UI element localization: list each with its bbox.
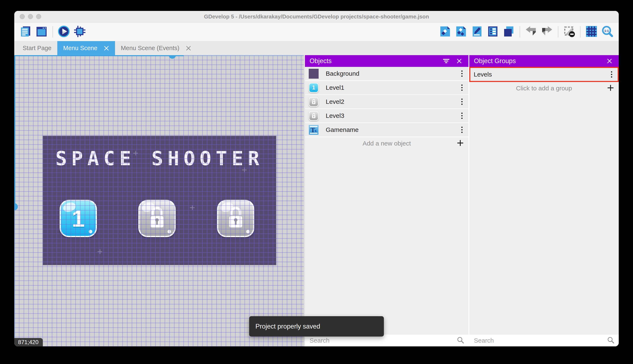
groups-search-bar [469, 334, 619, 346]
object-row-gamename[interactable]: T x Gamename [305, 123, 468, 137]
object-row-background[interactable]: Background [305, 67, 468, 81]
window-title: GDevelop 5 - /Users/dkarakay/Documents/G… [14, 11, 619, 22]
object-menu-button[interactable] [459, 83, 465, 92]
debugger-button[interactable] [74, 26, 86, 38]
level1-button-instance[interactable]: 1 [60, 200, 97, 237]
toolbar: 1:1 [14, 22, 619, 41]
object-name: Gamename [326, 126, 459, 133]
toolbar-separator [558, 26, 558, 38]
scene-editor-canvas[interactable]: SPACE SHOOTER 1 [14, 55, 304, 346]
object-groups-panel-icon [455, 26, 467, 38]
save-toast: Project properly saved [249, 316, 384, 336]
star-sparkle [98, 249, 102, 254]
background-swatch-icon [309, 69, 319, 79]
horizontal-scrollbar-track[interactable] [14, 55, 184, 56]
toolbar-separator [520, 26, 520, 38]
tab-start-page[interactable]: Start Page [17, 41, 57, 55]
cursor-coordinates: 871;420 [14, 338, 43, 346]
add-object-button[interactable]: Add a new object [305, 137, 468, 150]
horizontal-scrollbar-thumb[interactable] [169, 55, 176, 59]
close-tab-icon[interactable] [104, 46, 109, 51]
search-icon [457, 336, 464, 345]
level3-button-instance[interactable] [217, 200, 254, 237]
zoom-ratio-label: 1:1 [604, 29, 609, 32]
open-properties-panel-button[interactable] [471, 26, 483, 38]
gdevelop-window: GDevelop 5 - /Users/dkarakay/Documents/G… [14, 11, 619, 346]
search-icon [607, 336, 614, 345]
object-menu-button[interactable] [459, 111, 465, 120]
group-menu-button[interactable] [609, 70, 614, 79]
close-tab-icon[interactable] [186, 46, 191, 51]
object-menu-button[interactable] [459, 126, 465, 134]
zoom-original-button[interactable]: 1:1 [601, 26, 613, 38]
layers-icon [503, 26, 515, 38]
vertical-scrollbar-thumb[interactable] [14, 203, 18, 210]
text-object-icon: T x [309, 125, 319, 135]
button-dot [246, 230, 250, 233]
object-row-level3[interactable]: Level3 [305, 109, 468, 123]
scene-window-icon [36, 26, 48, 38]
objects-panel-title: Objects [309, 57, 332, 65]
button-dot [89, 230, 92, 233]
object-name: Level2 [326, 98, 459, 105]
plus-icon [607, 84, 614, 92]
project-manager-icon [20, 26, 32, 38]
close-objects-panel-button[interactable] [455, 56, 464, 66]
open-instances-list-button[interactable] [487, 26, 499, 38]
tab-menu-scene[interactable]: Menu Scene [57, 41, 115, 55]
undo-icon [525, 25, 537, 38]
object-row-level2[interactable]: Level2 [305, 95, 468, 109]
toggle-mask-button[interactable] [563, 26, 575, 38]
start-page-button[interactable] [36, 26, 48, 38]
close-icon [456, 58, 462, 64]
objects-panel: Objects Background [305, 55, 468, 346]
toolbar-separator [53, 26, 53, 38]
plus-icon [457, 140, 464, 148]
open-objects-panel-button[interactable] [439, 26, 451, 38]
filter-button[interactable] [442, 56, 451, 66]
redo-button[interactable] [541, 26, 553, 38]
add-group-button[interactable]: Click to add a group [469, 82, 619, 94]
vertical-scrollbar-rest [14, 210, 15, 346]
vertical-scrollbar-track[interactable] [14, 55, 15, 210]
group-name: Levels [474, 71, 609, 78]
object-row-level1[interactable]: 1 Level1 [305, 81, 468, 95]
button-dot [167, 230, 171, 233]
tab-label: Menu Scene [63, 45, 97, 52]
tab-label: Menu Scene (Events) [121, 45, 179, 52]
toggle-grid-button[interactable] [585, 26, 597, 38]
toast-message: Project properly saved [255, 323, 320, 330]
object-name: Level3 [326, 112, 459, 119]
locked-thumbnail-icon [309, 111, 319, 121]
level2-button-instance[interactable] [138, 200, 176, 237]
grid-icon [585, 26, 597, 38]
star-sparkle [133, 151, 138, 155]
group-row-levels-highlighted[interactable]: Levels [469, 67, 619, 82]
toolbar-separator [580, 26, 580, 38]
horizontal-scrollbar-rest [184, 55, 304, 56]
object-name: Background [326, 70, 459, 77]
object-groups-panel-title: Object Groups [474, 57, 516, 65]
locked-thumbnail-icon [309, 97, 319, 107]
object-groups-panel-header: Object Groups [469, 55, 619, 67]
zoom-1-1-icon: 1:1 [601, 25, 613, 38]
open-object-groups-panel-button[interactable] [455, 26, 467, 38]
preview-play-button[interactable] [58, 26, 70, 38]
tab-strip: Start Page Menu Scene Menu Scene (Events… [14, 41, 619, 55]
play-icon [58, 25, 70, 38]
objects-search-input[interactable] [305, 337, 468, 344]
background-instance[interactable]: SPACE SHOOTER 1 [43, 136, 276, 265]
undo-button[interactable] [525, 26, 537, 38]
groups-search-input[interactable] [469, 337, 619, 344]
tab-menu-scene-events[interactable]: Menu Scene (Events) [115, 41, 197, 55]
close-object-groups-panel-button[interactable] [605, 56, 614, 66]
object-menu-button[interactable] [459, 97, 465, 106]
object-menu-button[interactable] [459, 69, 465, 78]
game-title-instance[interactable]: SPACE SHOOTER [43, 148, 276, 170]
star-sparkle [242, 168, 247, 172]
title-bar: GDevelop 5 - /Users/dkarakay/Documents/G… [14, 11, 619, 22]
open-layers-panel-button[interactable] [503, 26, 515, 38]
project-manager-button[interactable] [20, 26, 32, 38]
mask-window-icon [563, 25, 575, 38]
filter-icon [442, 58, 450, 64]
